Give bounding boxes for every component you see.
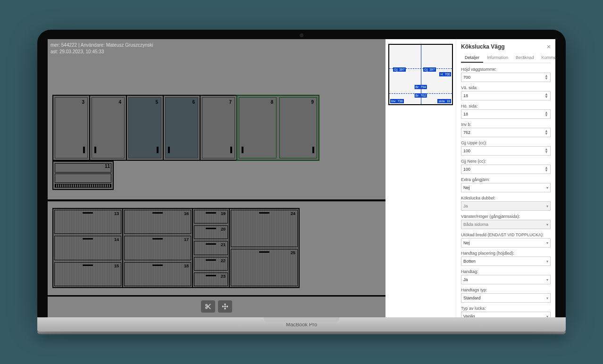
chevron-down-icon: ▾ xyxy=(546,204,548,208)
upper-cabinet[interactable]: 4 xyxy=(89,95,127,161)
field-value: Vanlig xyxy=(463,314,475,317)
cabinet-preview: Gj: 397 Gj: 397 H: 700 Br: 794 Br: 762 I… xyxy=(388,44,453,105)
field-label: Typ av lucka: xyxy=(461,306,551,311)
dim-label: sida: 18 xyxy=(437,99,451,103)
field-value: 100 xyxy=(463,167,470,172)
dim-label: Gj: 397 xyxy=(393,67,406,72)
app-screen: 3456789 11 13141516171819202122232425 me… xyxy=(48,39,555,317)
field-label: Gjj Uppe (cc): xyxy=(461,141,551,145)
field-value: Båda sidorna xyxy=(463,222,488,227)
chevron-down-icon: ▾ xyxy=(546,186,548,190)
lower-cabinet[interactable]: 1920212223 xyxy=(192,208,230,288)
select-input[interactable]: Nej▾ xyxy=(461,238,551,248)
floor-line xyxy=(48,295,385,297)
unit-number: 3 xyxy=(82,99,84,105)
field-label: Höjd väggstomme: xyxy=(461,67,551,72)
svg-point-0 xyxy=(206,304,208,306)
field-value: 762 xyxy=(463,130,470,135)
field-label: Inv b: xyxy=(461,122,551,127)
spinner-icon: ▲▼ xyxy=(544,111,548,116)
unit-number: 6 xyxy=(192,99,195,105)
dim-label: Gj: 397 xyxy=(423,67,436,72)
dim-label: Br: 794 xyxy=(414,85,427,89)
field-value: 700 xyxy=(463,75,470,80)
unit-number: 7 xyxy=(229,99,232,105)
number-input[interactable]: 100▲▼ xyxy=(461,165,551,174)
dim-label: Inv: 736 xyxy=(390,99,404,103)
countertop xyxy=(48,199,385,201)
laptop-hinge: MacBook Pro xyxy=(37,317,566,331)
field-label: Handtags typ: xyxy=(461,288,551,292)
unit-number: 24 xyxy=(291,211,295,216)
tab-beräknad[interactable]: Beräknad xyxy=(512,53,538,63)
unit-number: 22 xyxy=(221,258,226,263)
unit-number: 4 xyxy=(118,99,121,105)
unit-number: 17 xyxy=(184,237,189,242)
laptop-base xyxy=(37,331,566,334)
select-input[interactable]: Ja▾ xyxy=(461,275,551,284)
unit-number: 15 xyxy=(114,264,119,268)
field-value: Nej xyxy=(463,240,470,245)
field-label: Handtag: xyxy=(461,269,551,274)
move-button[interactable] xyxy=(218,300,232,313)
select-input[interactable]: Standard▾ xyxy=(461,293,551,303)
panel-title: Kökslucka Vägg xyxy=(461,43,505,50)
spinner-icon: ▲▼ xyxy=(544,148,548,153)
spinner-icon: ▲▼ xyxy=(544,166,548,172)
tab-detaljer[interactable]: Detaljer xyxy=(461,53,483,63)
field-value: Standard xyxy=(463,296,481,300)
number-input[interactable]: 100▲▼ xyxy=(461,146,551,156)
unit-number: 13 xyxy=(114,211,119,216)
camera-dot xyxy=(300,33,303,37)
chevron-down-icon: ▾ xyxy=(546,278,548,282)
field-value: 18 xyxy=(463,93,468,98)
field-label: Vä. sida: xyxy=(461,85,551,90)
upper-cabinet[interactable]: 6 xyxy=(163,95,201,161)
tab-information[interactable]: Information xyxy=(483,53,512,63)
shelf-unit[interactable]: 11 xyxy=(52,161,114,190)
properties-panel: Gj: 397 Gj: 397 H: 700 Br: 794 Br: 762 I… xyxy=(385,39,555,317)
upper-cabinet[interactable]: 7 xyxy=(200,95,237,161)
lower-cabinet[interactable]: 161718 xyxy=(122,208,193,288)
lower-cabinet[interactable]: 131415 xyxy=(52,208,123,288)
unit-number: 14 xyxy=(114,237,119,242)
unit-number: 16 xyxy=(184,211,189,216)
unit-number: 18 xyxy=(184,264,189,268)
select-input[interactable]: Botten▾ xyxy=(461,256,551,266)
upper-cabinet[interactable]: 5 xyxy=(126,95,164,161)
number-input[interactable]: 18▲▼ xyxy=(461,91,551,100)
dim-label: H: 700 xyxy=(439,72,451,76)
spinner-icon: ▲▼ xyxy=(544,130,548,135)
field-label: Gjj Nere (cc): xyxy=(461,159,551,164)
unit-number: 9 xyxy=(311,99,314,105)
lower-cabinet[interactable]: 2425 xyxy=(229,208,300,288)
dim-label: Br: 762 xyxy=(414,93,427,98)
cut-button[interactable] xyxy=(201,300,215,313)
unit-number: 8 xyxy=(270,99,273,105)
select-input[interactable]: Nej▾ xyxy=(461,183,551,192)
field-value: Ja xyxy=(463,277,468,282)
number-input[interactable]: 762▲▼ xyxy=(461,128,551,137)
unit-number: 5 xyxy=(155,99,158,105)
unit-number: 23 xyxy=(221,274,226,279)
tab-kommentar[interactable]: Kommentar xyxy=(538,53,555,63)
spinner-icon: ▲▼ xyxy=(544,74,548,80)
field-label: Extra gångjärn: xyxy=(461,177,551,182)
field-label: Utökad bredd (ENDAST VID TOPPLUCKA): xyxy=(461,232,551,237)
number-input[interactable]: 18▲▼ xyxy=(461,109,551,119)
field-label: Handtag placering (höjdled): xyxy=(461,251,551,256)
unit-number: 25 xyxy=(291,250,295,255)
number-input[interactable]: 700▲▼ xyxy=(461,73,551,82)
close-icon[interactable]: × xyxy=(547,43,551,50)
upper-cabinet[interactable]: 3 xyxy=(52,95,90,161)
field-value: Nej xyxy=(463,185,470,190)
field-label: Hö. sida: xyxy=(461,104,551,108)
upper-cabinet-selected[interactable]: 89 xyxy=(236,95,319,161)
unit-number: 20 xyxy=(221,227,226,232)
chevron-down-icon: ▾ xyxy=(546,259,548,264)
chevron-down-icon: ▾ xyxy=(546,241,548,245)
select-input[interactable]: Vanlig▾ xyxy=(461,312,551,317)
select-input: Båda sidorna▾ xyxy=(461,220,551,229)
design-canvas[interactable]: 3456789 11 13141516171819202122232425 me… xyxy=(48,39,385,317)
spinner-icon: ▲▼ xyxy=(544,93,548,98)
